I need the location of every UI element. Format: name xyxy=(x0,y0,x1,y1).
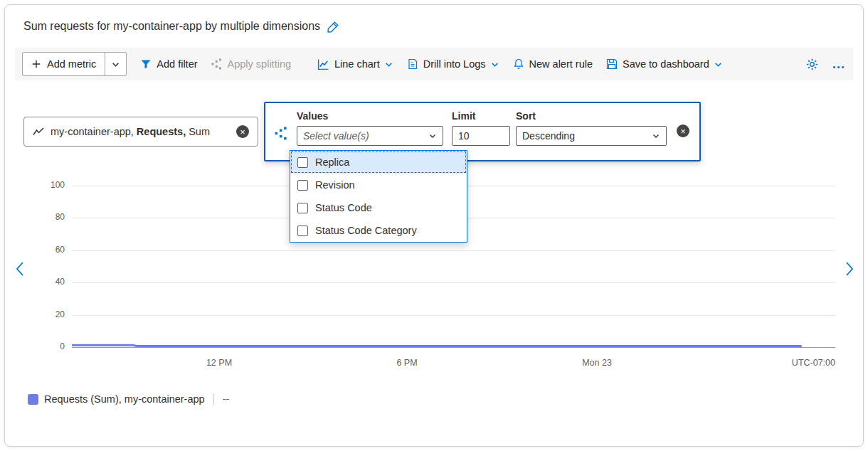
values-label: Values xyxy=(297,110,443,122)
y-tick-label: 40 xyxy=(22,277,65,287)
pan-left-chevron[interactable] xyxy=(15,261,24,277)
save-to-dashboard-label: Save to dashboard xyxy=(623,58,709,70)
x-tick-label: Mon 23 xyxy=(572,358,622,368)
drill-into-logs-label: Drill into Logs xyxy=(423,58,486,70)
y-tick-label: 60 xyxy=(22,245,65,255)
apply-splitting-icon xyxy=(211,58,223,70)
chevron-down-icon xyxy=(111,60,120,69)
save-to-dashboard-button[interactable]: Save to dashboard xyxy=(606,58,723,70)
chart-title-row: Sum requests for my-container-app by mul… xyxy=(23,16,339,36)
close-splitting-panel-button[interactable]: × xyxy=(677,124,689,137)
add-metric-split-button: Add metric xyxy=(22,52,127,76)
add-metric-button[interactable]: Add metric xyxy=(23,53,105,75)
metric-name: Requests, xyxy=(137,126,186,137)
legend-swatch xyxy=(28,394,38,405)
legend-label: Requests (Sum), my-container-app xyxy=(44,393,205,405)
metric-resource: my-container-app, xyxy=(51,126,134,137)
values-select[interactable]: Select value(s) xyxy=(297,126,443,146)
plus-icon xyxy=(31,59,41,69)
chart-title: Sum requests for my-container-app by mul… xyxy=(23,20,320,33)
option-label: Status Code xyxy=(315,202,372,213)
remove-metric-button[interactable]: × xyxy=(236,125,249,138)
sort-field-group: Sort Descending xyxy=(516,110,667,146)
chevron-down-icon xyxy=(714,60,723,69)
timezone-label: UTC-07:00 xyxy=(778,358,835,368)
checkbox-icon[interactable] xyxy=(297,180,308,191)
settings-gear-icon[interactable] xyxy=(806,58,818,70)
chevron-down-icon xyxy=(384,60,393,69)
new-alert-rule-label: New alert rule xyxy=(529,58,593,70)
line-chart-label: Line chart xyxy=(334,58,380,70)
limit-field-group: Limit xyxy=(452,110,510,146)
chevron-down-icon xyxy=(652,132,660,140)
drill-into-logs-icon xyxy=(407,58,418,70)
sort-select-value: Descending xyxy=(522,130,575,142)
apply-splitting-button[interactable]: Apply splitting xyxy=(211,58,291,70)
option-label: Status Code Category xyxy=(315,225,417,236)
checkbox-icon[interactable] xyxy=(297,226,308,236)
save-icon xyxy=(606,58,618,70)
more-options-button[interactable]: … xyxy=(832,60,846,68)
y-tick-label: 80 xyxy=(22,212,65,222)
x-tick-label: 12 PM xyxy=(194,358,244,368)
limit-label: Limit xyxy=(452,110,510,122)
add-metric-label: Add metric xyxy=(47,58,96,70)
sort-label: Sort xyxy=(516,110,667,122)
add-filter-label: Add filter xyxy=(157,58,197,70)
splitting-icon xyxy=(275,127,288,143)
dropdown-option-revision[interactable]: Revision xyxy=(290,174,467,196)
chevron-down-icon xyxy=(490,60,499,69)
values-dropdown-list: Replica Revision Status Code Status Code… xyxy=(290,150,467,243)
legend-divider xyxy=(213,393,214,405)
metric-line-icon xyxy=(33,127,44,136)
chart-toolbar: Add metric Add filter Apply splitting xyxy=(15,48,853,80)
dropdown-option-status-code[interactable]: Status Code xyxy=(290,196,467,219)
metric-aggregation: Sum xyxy=(189,126,210,137)
dropdown-option-status-code-category[interactable]: Status Code Category xyxy=(290,219,467,242)
option-label: Revision xyxy=(315,179,355,191)
checkbox-icon[interactable] xyxy=(297,203,308,213)
values-select-placeholder: Select value(s) xyxy=(303,130,369,142)
y-tick-label: 100 xyxy=(22,180,65,190)
filter-icon xyxy=(140,58,152,70)
dropdown-option-replica[interactable]: Replica xyxy=(290,151,467,174)
values-field-group: Values Select value(s) xyxy=(297,110,443,146)
edit-title-icon[interactable] xyxy=(327,21,339,33)
y-tick-label: 20 xyxy=(22,309,65,319)
sort-select[interactable]: Descending xyxy=(516,126,667,146)
line-chart-icon xyxy=(317,58,329,70)
add-metric-dropdown-button[interactable] xyxy=(105,53,126,75)
chart-legend[interactable]: Requests (Sum), my-container-app -- xyxy=(28,393,229,405)
apply-splitting-label: Apply splitting xyxy=(228,58,291,70)
metrics-chart-card: Sum requests for my-container-app by mul… xyxy=(4,4,864,447)
add-filter-button[interactable]: Add filter xyxy=(140,58,197,70)
drill-into-logs-button[interactable]: Drill into Logs xyxy=(407,58,499,70)
pan-right-chevron[interactable] xyxy=(845,261,854,277)
checkbox-icon[interactable] xyxy=(297,157,308,168)
chevron-down-icon xyxy=(428,132,437,140)
metric-pill[interactable]: my-container-app, Requests, Sum × xyxy=(23,117,258,147)
new-alert-rule-button[interactable]: New alert rule xyxy=(513,58,593,70)
option-label: Replica xyxy=(315,156,349,168)
metric-pill-text: my-container-app, Requests, Sum xyxy=(51,126,210,137)
line-chart-button[interactable]: Line chart xyxy=(317,58,393,70)
legend-value: -- xyxy=(223,393,230,405)
limit-input[interactable] xyxy=(452,126,510,146)
y-tick-label: 0 xyxy=(22,341,65,351)
alert-bell-icon xyxy=(513,58,524,70)
x-tick-label: 6 PM xyxy=(382,358,432,368)
